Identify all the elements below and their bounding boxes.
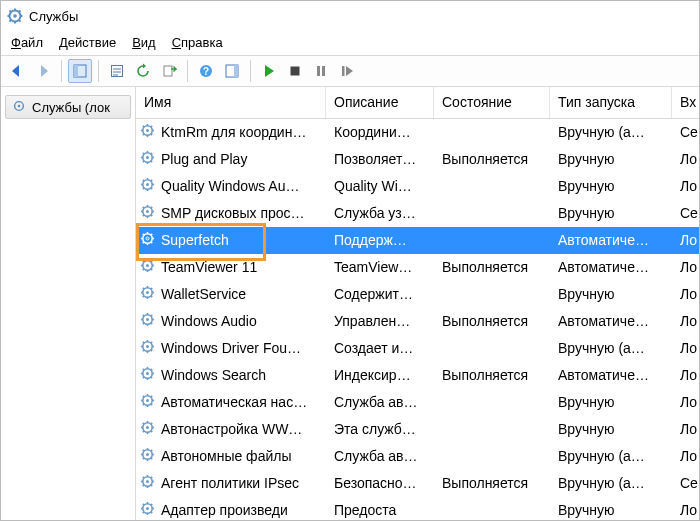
svg-line-134 [151,404,152,405]
properties-button[interactable] [105,59,129,83]
svg-line-143 [143,423,144,424]
svg-line-66 [151,207,152,208]
col-startup[interactable]: Тип запуска [550,87,672,118]
back-button[interactable] [5,59,29,83]
service-logon: Се [672,475,699,491]
service-description: Предоста [326,502,434,518]
svg-point-38 [146,156,149,159]
refresh-button[interactable] [131,59,155,83]
service-startup-type: Вручную (а… [550,475,672,491]
restart-service-button[interactable] [335,59,359,83]
service-status: Выполняется [434,151,550,167]
start-service-button[interactable] [257,59,281,83]
svg-point-98 [146,318,149,321]
svg-line-54 [151,188,152,189]
service-startup-type: Вручную [550,421,672,437]
service-description: Служба ав… [326,394,434,410]
stop-service-button[interactable] [283,59,307,83]
list-pane: Имя Описание Состояние Тип запуска Вх Kt… [136,87,699,520]
col-name[interactable]: Имя [136,87,326,118]
window-title: Службы [29,9,78,24]
service-description: Управлен… [326,313,434,329]
service-name: TeamViewer 11 [161,259,257,275]
svg-line-135 [143,404,144,405]
service-startup-type: Вручную [550,394,672,410]
svg-line-74 [151,242,152,243]
service-row[interactable]: Quality Windows Au…Quality Wi…ВручнуюЛо [136,173,699,200]
service-name: Адаптер произведи [161,502,288,518]
service-name-cell: TeamViewer 11 [136,258,326,276]
col-logon[interactable]: Вх [672,87,699,118]
export-button[interactable] [157,59,181,83]
svg-line-163 [143,477,144,478]
menu-help[interactable]: Справка [172,35,223,50]
svg-rect-22 [317,66,320,76]
svg-line-136 [151,396,152,397]
service-name-cell: Quality Windows Au… [136,177,326,195]
service-row[interactable]: Windows SearchИндексир…ВыполняетсяАвтома… [136,362,699,389]
svg-line-95 [143,296,144,297]
service-logon: Ло [672,367,699,383]
service-name: Quality Windows Au… [161,178,300,194]
tree-node-services-local[interactable]: Службы (лок [5,95,131,119]
show-hide-tree-button[interactable] [68,59,92,83]
svg-rect-21 [291,67,300,76]
service-row[interactable]: Адаптер произведиПредостаВручнуюЛо [136,497,699,520]
service-name-cell: WalletService [136,285,326,303]
service-row[interactable]: SMP дисковых прос…Служба уз…ВручнуюСе [136,200,699,227]
service-name: KtmRm для координ… [161,124,306,140]
svg-line-105 [143,323,144,324]
service-row[interactable]: KtmRm для координ…Координи…Вручную (а…Се [136,119,699,146]
service-logon: Ло [672,394,699,410]
col-status[interactable]: Состояние [434,87,550,118]
forward-button[interactable] [31,59,55,83]
menu-action[interactable]: Действие [59,35,116,50]
svg-point-148 [146,453,149,456]
help-button[interactable]: ? [194,59,218,83]
service-row[interactable]: Автономные файлыСлужба ав…Вручную (а…Ло [136,443,699,470]
svg-line-43 [143,153,144,154]
service-row[interactable]: Автонастройка WW…Эта служб…ВручнуюЛо [136,416,699,443]
svg-line-75 [143,242,144,243]
svg-text:?: ? [203,66,209,77]
service-row[interactable]: SuperfetchПоддерж…Автоматиче…Ло [136,227,699,254]
service-row[interactable]: TeamViewer 11TeamView…ВыполняетсяАвтомат… [136,254,699,281]
service-description: Поддерж… [326,232,434,248]
service-row[interactable]: Агент политики IPsecБезопасно…Выполняетс… [136,470,699,497]
pause-service-button[interactable] [309,59,333,83]
service-name: Windows Search [161,367,266,383]
service-row[interactable]: WalletServiceСодержит…ВручнуюЛо [136,281,699,308]
svg-rect-23 [322,66,325,76]
service-row[interactable]: Windows AudioУправлен…ВыполняетсяАвтомат… [136,308,699,335]
gear-icon [140,123,155,141]
svg-line-144 [151,431,152,432]
service-row[interactable]: Windows Driver Fou…Создает и…Вручную (а…… [136,335,699,362]
service-description: Индексир… [326,367,434,383]
svg-line-166 [151,477,152,478]
menu-view[interactable]: Вид [132,35,156,50]
menu-file[interactable]: Файл [11,35,43,50]
svg-line-156 [151,450,152,451]
toolbar-sep [98,60,99,82]
svg-line-125 [143,377,144,378]
svg-line-155 [143,458,144,459]
svg-line-36 [151,126,152,127]
svg-point-78 [146,264,149,267]
service-row[interactable]: Автоматическая нас…Служба ав…ВручнуюЛо [136,389,699,416]
service-row[interactable]: Plug and PlayПозволяет…ВыполняетсяВручну… [136,146,699,173]
service-name: Plug and Play [161,151,247,167]
svg-line-176 [151,504,152,505]
svg-line-65 [143,215,144,216]
svg-line-126 [151,369,152,370]
svg-line-76 [151,234,152,235]
show-hide-action-pane-button[interactable] [220,59,244,83]
menubar: Файл Действие Вид Справка [1,31,699,55]
service-description: Служба уз… [326,205,434,221]
svg-line-133 [143,396,144,397]
col-description[interactable]: Описание [326,87,434,118]
toolbar-sep [250,60,251,82]
service-description: Эта служб… [326,421,434,437]
service-startup-type: Автоматиче… [550,367,672,383]
gear-icon [140,258,155,276]
service-logon: Ло [672,313,699,329]
